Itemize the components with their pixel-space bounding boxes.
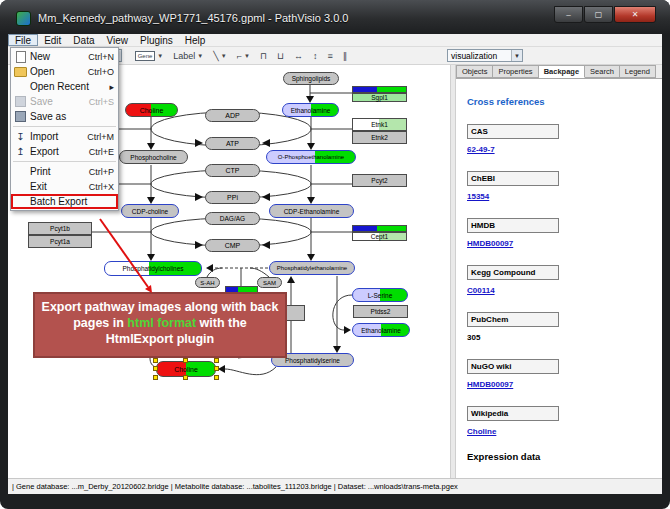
menu-item-import[interactable]: ↧ImportCtrl+M: [11, 129, 118, 144]
save-floppy-icon: [14, 111, 27, 122]
tab-search[interactable]: Search: [585, 65, 620, 78]
menu-separator: [13, 126, 116, 127]
xref-header-nugo-wiki: NuGO wiki: [467, 359, 559, 374]
menu-separator: [13, 161, 116, 162]
menu-item-shortcut: Ctrl+N: [88, 52, 114, 62]
menu-item-shortcut: Ctrl+O: [88, 67, 114, 77]
new-file-icon: [14, 51, 27, 63]
visualization-combobox[interactable]: visualization ▼: [447, 49, 523, 62]
xref-link[interactable]: HMDB00097: [467, 380, 662, 389]
save-floppy-icon: [14, 96, 27, 107]
menu-item-print[interactable]: PrintCtrl+P: [11, 164, 118, 179]
maximize-button[interactable]: ▢: [584, 6, 613, 23]
chevron-down-icon[interactable]: ▼: [244, 53, 250, 59]
xref-link[interactable]: HMDB00097: [467, 239, 662, 248]
backpage-panel: Cross references CAS62-49-7ChEBI15354HMD…: [456, 79, 662, 478]
menu-item-open[interactable]: OpenCtrl+O: [11, 64, 118, 79]
stack-vertical-tool[interactable]: ≡: [327, 51, 332, 61]
menu-item-label: Save: [30, 96, 86, 107]
align-center-y-tool[interactable]: ⊔: [277, 51, 284, 61]
export-icon: ↥: [14, 146, 27, 157]
menu-item-export[interactable]: ↥ExportCtrl+E: [11, 144, 118, 159]
menu-plugins[interactable]: Plugins: [134, 34, 179, 46]
label-tool-icon: Label: [173, 51, 195, 61]
xref-header-cas: CAS: [467, 124, 559, 139]
xref-link[interactable]: C00114: [467, 286, 662, 295]
menu-item-label: New: [30, 51, 85, 62]
menu-item-label: Print: [30, 166, 86, 177]
gene-tool[interactable]: Gene▼: [135, 51, 164, 61]
menu-item-new[interactable]: NewCtrl+N: [11, 49, 118, 64]
menu-item-shortcut: Ctrl+X: [89, 182, 114, 192]
menu-edit[interactable]: Edit: [38, 34, 67, 46]
menu-help[interactable]: Help: [179, 34, 212, 46]
visualization-value: visualization: [451, 51, 497, 61]
line-tool[interactable]: ╲▼: [213, 51, 226, 61]
window-title: Mm_Kennedy_pathway_WP1771_45176.gpml - P…: [38, 12, 348, 24]
chevron-down-icon[interactable]: ▼: [221, 53, 227, 59]
menu-item-label: Import: [30, 131, 84, 142]
common-width-tool[interactable]: ↔: [294, 51, 303, 61]
connector-tool[interactable]: ⌐▼: [237, 51, 250, 61]
menu-item-shortcut: Ctrl+S: [89, 97, 114, 107]
menu-data[interactable]: Data: [67, 34, 100, 46]
tab-backpage[interactable]: Backpage: [539, 65, 585, 78]
menu-item-save: SaveCtrl+S: [11, 94, 118, 109]
xref-header-pubchem: PubChem: [467, 312, 559, 327]
tab-properties[interactable]: Properties: [493, 65, 538, 78]
xref-header-wikipedia: Wikipedia: [467, 406, 559, 421]
common-height-tool-icon: ↕: [313, 51, 318, 61]
menu-item-label: Exit: [30, 181, 86, 192]
menu-item-shortcut: Ctrl+M: [87, 132, 114, 142]
menu-view[interactable]: View: [100, 34, 134, 46]
side-panel: ObjectsPropertiesBackpageSearchLegend Cr…: [456, 65, 662, 478]
menu-item-label: Batch Export: [30, 196, 111, 207]
xref-sections: CAS62-49-7ChEBI15354HMDBHMDB00097Kegg Co…: [467, 124, 662, 436]
submenu-arrow-icon: ▸: [109, 82, 114, 92]
align-center-x-tool-icon: ⊓: [260, 51, 267, 61]
expression-data-heading: Expression data: [467, 451, 662, 462]
line-tool-icon: ╲: [213, 51, 218, 61]
tab-legend[interactable]: Legend: [620, 65, 656, 78]
menu-item-label: Export: [30, 146, 86, 157]
xref-header-chebi: ChEBI: [467, 171, 559, 186]
xref-header-kegg-compound: Kegg Compound: [467, 265, 559, 280]
stack-horizontal-tool[interactable]: ∥: [343, 51, 348, 61]
menu-item-label: Open Recent: [30, 81, 106, 92]
side-panel-tabs: ObjectsPropertiesBackpageSearchLegend: [456, 65, 662, 79]
window-controls: – ▢ ✕: [553, 6, 656, 23]
xref-header-hmdb: HMDB: [467, 218, 559, 233]
open-folder-icon: [14, 67, 27, 77]
xref-value: 305: [467, 333, 662, 342]
stack-vertical-tool-icon: ≡: [327, 51, 332, 61]
chevron-down-icon[interactable]: ▼: [157, 53, 163, 59]
menu-item-shortcut: Ctrl+E: [89, 147, 114, 157]
menu-item-label: Open: [30, 66, 85, 77]
minimize-button[interactable]: –: [554, 6, 583, 23]
menu-item-shortcut: Ctrl+P: [89, 167, 114, 177]
gene-tool-icon: Gene: [135, 51, 156, 61]
label-tool[interactable]: Label▼: [173, 51, 203, 61]
chevron-down-icon[interactable]: ▼: [511, 50, 522, 61]
xref-link[interactable]: 62-49-7: [467, 145, 662, 154]
menu-item-label: Save as: [30, 111, 111, 122]
xref-link[interactable]: Choline: [467, 427, 662, 436]
common-width-tool-icon: ↔: [294, 51, 303, 61]
xref-link[interactable]: 15354: [467, 192, 662, 201]
menu-item-exit[interactable]: ExitCtrl+X: [11, 179, 118, 194]
menu-item-open-recent[interactable]: Open Recent▸: [11, 79, 118, 94]
tab-objects[interactable]: Objects: [456, 65, 493, 78]
chevron-down-icon[interactable]: ▼: [197, 53, 203, 59]
toolbar-tools: Gene▼Label▼╲▼⌐▼⊓⊔↔↕≡∥: [130, 51, 353, 61]
app-icon: [16, 11, 31, 26]
status-text: | Gene database: ...m_Derby_20120602.bri…: [12, 482, 458, 491]
menu-bar: FileEditDataViewPluginsHelp: [8, 34, 662, 47]
menu-item-save-as[interactable]: Save as: [11, 109, 118, 124]
align-center-x-tool[interactable]: ⊓: [260, 51, 267, 61]
common-height-tool[interactable]: ↕: [313, 51, 318, 61]
menu-file[interactable]: File: [8, 34, 38, 46]
status-bar: | Gene database: ...m_Derby_20120602.bri…: [8, 478, 662, 494]
title-bar[interactable]: Mm_Kennedy_pathway_WP1771_45176.gpml - P…: [0, 0, 670, 34]
menu-item-batch-export[interactable]: Batch Export: [11, 194, 118, 209]
close-button[interactable]: ✕: [614, 6, 656, 23]
